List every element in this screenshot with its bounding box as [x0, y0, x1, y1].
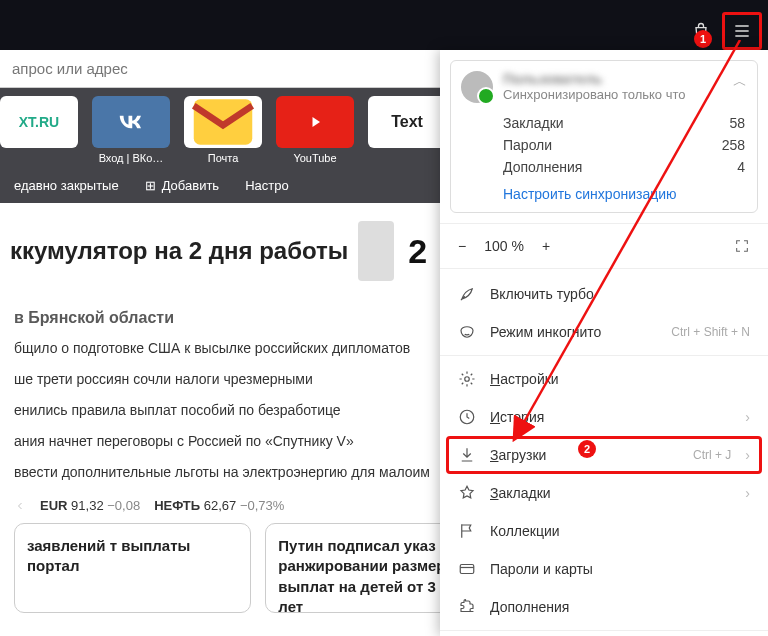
zoom-value: 100 % — [484, 238, 524, 254]
menu-turbo[interactable]: Включить турбо — [440, 275, 768, 313]
hamburger-highlight — [722, 12, 762, 50]
tile-txtru[interactable]: XT.RU — [0, 96, 78, 152]
tile-mail[interactable]: Почта — [184, 96, 262, 164]
flag-icon — [458, 522, 476, 540]
main-menu-panel: Пользователь Синхронизировано только что… — [440, 50, 768, 636]
star-icon — [458, 484, 476, 502]
chevron-right-icon: › — [745, 447, 750, 463]
card-icon — [458, 560, 476, 578]
zoom-out-button[interactable]: − — [458, 238, 466, 254]
banner-digit: 2 — [408, 232, 427, 271]
zoom-row: − 100 % + — [440, 223, 768, 269]
callout-badge-2: 2 — [578, 440, 596, 458]
youtube-icon — [300, 107, 330, 137]
menu-history[interactable]: История › — [440, 398, 768, 436]
zoom-in-button[interactable]: + — [542, 238, 550, 254]
account-name: Пользователь — [503, 71, 745, 87]
download-icon — [458, 446, 476, 464]
tile-youtube[interactable]: YouTube — [276, 96, 354, 164]
clock-icon — [458, 408, 476, 426]
recent-closed[interactable]: едавно закрытые — [14, 178, 119, 193]
mask-icon — [458, 323, 476, 341]
browser-titlebar — [0, 0, 768, 50]
callout-badge-1: 1 — [694, 30, 712, 48]
puzzle-icon — [458, 598, 476, 616]
chevron-right-icon: › — [745, 409, 750, 425]
sync-card[interactable]: Пользователь Синхронизировано только что… — [450, 60, 758, 213]
svg-point-2 — [465, 377, 470, 382]
phone-image — [358, 221, 394, 281]
fullscreen-icon[interactable] — [734, 238, 750, 254]
avatar — [461, 71, 493, 103]
mail-icon — [184, 83, 262, 161]
sync-settings-link[interactable]: Настроить синхронизацию — [503, 178, 677, 202]
zen-card[interactable]: заявлений т выплаты портал — [14, 523, 251, 613]
menu-downloads[interactable]: Загрузки Ctrl + J › — [446, 436, 762, 474]
tile-text[interactable]: Text — [368, 96, 446, 152]
tile-settings[interactable]: Настро — [245, 178, 289, 193]
menu-passwords-cards[interactable]: Пароли и карты — [440, 550, 768, 588]
svg-rect-4 — [460, 565, 474, 574]
menu-settings[interactable]: Настройки — [440, 360, 768, 398]
menu-collections[interactable]: Коллекции — [440, 512, 768, 550]
menu-addons[interactable]: Дополнения — [440, 588, 768, 626]
menu-bookmarks[interactable]: Закладки › — [440, 474, 768, 512]
menu-label: Настройки — [490, 371, 750, 387]
main-menu-button[interactable] — [727, 17, 757, 45]
chevron-up-icon[interactable]: ︿ — [733, 73, 747, 91]
vk-icon — [116, 107, 146, 137]
menu-incognito[interactable]: Режим инкогнито Ctrl + Shift + N — [440, 313, 768, 351]
chevron-left-icon[interactable] — [14, 500, 26, 512]
chevron-right-icon: › — [745, 485, 750, 501]
gear-icon — [458, 370, 476, 388]
add-tile[interactable]: ⊞Добавить — [145, 178, 219, 193]
tile-vk[interactable]: Вход | ВКо… — [92, 96, 170, 164]
banner-text: ккумулятор на 2 дня работы — [10, 237, 348, 265]
sync-status: Синхронизировано только что — [503, 87, 745, 102]
rocket-icon — [458, 285, 476, 303]
